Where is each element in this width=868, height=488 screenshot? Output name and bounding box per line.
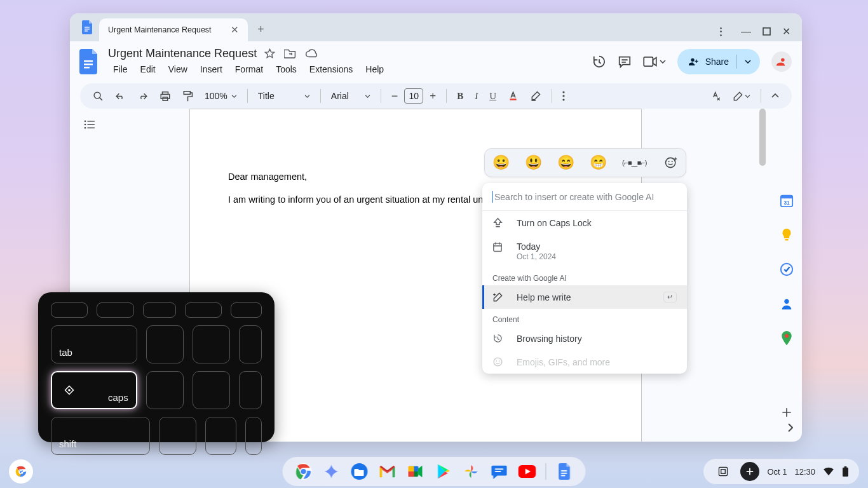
pen-mode-icon[interactable] (728, 87, 756, 105)
undo-icon[interactable] (110, 88, 131, 105)
chrome-icon[interactable] (294, 462, 313, 481)
play-store-icon[interactable] (434, 462, 453, 481)
font-size-increase[interactable]: + (424, 86, 441, 106)
gmail-icon[interactable] (378, 462, 397, 481)
share-button[interactable]: Share (677, 49, 760, 74)
photos-icon[interactable] (462, 462, 481, 481)
account-avatar[interactable] (771, 51, 792, 72)
font-size-decrease[interactable]: − (386, 86, 403, 107)
key-tab[interactable]: tab (51, 325, 137, 363)
history-icon[interactable] (592, 55, 606, 69)
close-window-button[interactable]: ✕ (782, 25, 790, 37)
chrome-menu-icon[interactable] (720, 27, 722, 36)
key-blank[interactable] (159, 417, 196, 455)
key-blank[interactable] (146, 325, 184, 363)
docs-logo-icon[interactable] (78, 46, 100, 77)
menu-help[interactable]: Help (360, 62, 389, 77)
browser-tab[interactable]: Urgent Maintenance Request ✕ (99, 18, 248, 41)
suggest-browsing-history[interactable]: Browsing history (482, 327, 687, 350)
gemini-icon[interactable] (322, 462, 341, 481)
underline-icon[interactable]: U (484, 87, 501, 105)
highlight-icon[interactable] (525, 86, 546, 105)
emoji-option[interactable]: 😄 (557, 154, 574, 171)
italic-icon[interactable]: I (470, 87, 483, 105)
svg-rect-42 (494, 243, 501, 251)
emoji-option[interactable]: 😁 (590, 154, 607, 171)
shelf: G Oct 1 12:30 (0, 455, 868, 488)
menu-file[interactable]: File (108, 62, 133, 77)
menu-view[interactable]: View (163, 62, 193, 77)
move-icon[interactable] (284, 48, 296, 58)
menu-edit[interactable]: Edit (135, 62, 161, 77)
comments-icon[interactable] (618, 55, 632, 69)
zoom-select[interactable]: 100% (200, 88, 242, 104)
bold-icon[interactable]: B (452, 87, 468, 105)
print-icon[interactable] (154, 87, 176, 105)
collapse-toolbar-icon[interactable] (766, 90, 784, 102)
menu-format[interactable]: Format (230, 62, 268, 77)
gif-option[interactable]: (⌐■‿■⌐) (622, 159, 647, 167)
suggest-caps-lock[interactable]: Turn on Caps Lock (482, 211, 687, 235)
emoji-option[interactable]: 😃 (525, 154, 542, 171)
meet-button[interactable] (643, 57, 666, 67)
key-blank[interactable] (239, 325, 262, 363)
text-color-icon[interactable] (503, 86, 524, 105)
font-size-input[interactable]: 10 (404, 88, 423, 104)
expand-side-panel-icon[interactable] (787, 423, 793, 433)
menu-insert[interactable]: Insert (195, 62, 227, 77)
suggest-today[interactable]: TodayOct 1, 2024 (482, 235, 687, 268)
add-app-icon[interactable] (780, 406, 793, 419)
editing-mode-icon[interactable] (705, 87, 726, 105)
key-blank[interactable] (185, 302, 222, 318)
key-blank[interactable] (97, 302, 133, 318)
sticker-creator-icon[interactable] (664, 156, 678, 170)
meet-icon[interactable] (406, 462, 425, 481)
search-tool-icon[interactable] (88, 87, 109, 105)
key-shift[interactable]: shift (51, 417, 150, 455)
maps-app-icon[interactable] (781, 331, 792, 346)
suggestion-search-input[interactable]: Search to insert or create with Google A… (482, 183, 687, 211)
new-tab-button[interactable]: + (252, 20, 271, 39)
launcher-button[interactable]: G (9, 459, 33, 484)
tasks-app-icon[interactable] (780, 262, 794, 276)
key-blank[interactable] (239, 371, 262, 409)
minimize-button[interactable]: — (741, 26, 751, 37)
key-blank[interactable] (143, 302, 176, 318)
suggest-help-me-write[interactable]: Help me write ↵ (482, 285, 687, 309)
calendar-app-icon[interactable]: 31 (780, 194, 794, 208)
docs-open-icon[interactable] (555, 462, 574, 481)
style-select[interactable]: Title (253, 88, 315, 104)
paint-format-icon[interactable] (177, 86, 198, 106)
maximize-button[interactable] (763, 27, 771, 36)
more-tools-icon[interactable] (557, 87, 570, 105)
star-icon[interactable] (264, 48, 275, 59)
menu-extensions[interactable]: Extensions (304, 62, 358, 77)
tab-close-button[interactable]: ✕ (231, 24, 239, 36)
key-blank[interactable] (193, 325, 230, 363)
screenshot-icon[interactable] (714, 462, 733, 481)
keep-app-icon[interactable] (780, 228, 793, 242)
files-icon[interactable] (350, 462, 369, 481)
document-title[interactable]: Urgent Maintenance Request (108, 47, 257, 60)
key-blank[interactable] (193, 371, 230, 409)
redo-icon[interactable] (132, 88, 153, 105)
cloud-status-icon[interactable] (305, 48, 318, 58)
key-caps[interactable]: caps (51, 371, 137, 409)
messages-icon[interactable] (490, 462, 509, 481)
quick-settings-add-icon[interactable] (740, 462, 759, 481)
suggest-emojis-gifs[interactable]: Emojis, GIFs, and more (482, 350, 687, 374)
emoji-option[interactable]: 😀 (492, 154, 510, 171)
key-blank[interactable] (51, 302, 88, 318)
side-panel: 31 (771, 187, 802, 419)
vertical-scrollbar[interactable] (759, 109, 766, 166)
contacts-app-icon[interactable] (780, 297, 793, 311)
key-blank[interactable] (231, 302, 262, 318)
youtube-icon[interactable] (518, 462, 537, 481)
outline-toggle-icon[interactable] (84, 120, 95, 129)
menu-tools[interactable]: Tools (271, 62, 302, 77)
key-blank[interactable] (205, 417, 236, 455)
shelf-status-area[interactable]: Oct 1 12:30 (703, 459, 859, 484)
font-select[interactable]: Arial (326, 88, 376, 104)
key-blank[interactable] (245, 417, 262, 455)
key-blank[interactable] (146, 371, 184, 409)
